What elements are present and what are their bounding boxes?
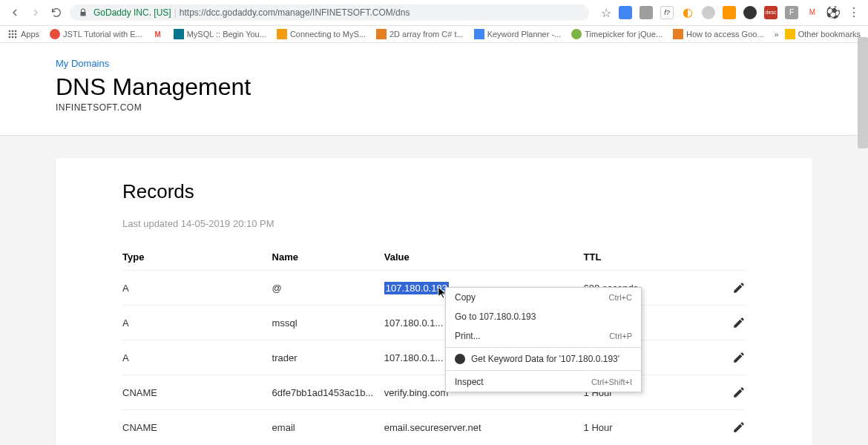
toolbar-extensions: ☆ f? ◐ desc F M ⚽ ⋮ [601, 6, 861, 20]
ext-icon-6[interactable] [723, 6, 736, 19]
edit-icon[interactable] [732, 316, 746, 329]
breadcrumb-link[interactable]: My Domains [56, 58, 812, 69]
bookmark-timepicker[interactable]: Timepicker for jQue... [571, 29, 662, 39]
keyword-icon [455, 354, 465, 364]
records-title: Records [122, 180, 746, 203]
bookmark-icon [571, 29, 582, 39]
star-icon[interactable]: ☆ [601, 6, 611, 20]
th-name: Name [272, 251, 384, 263]
browser-toolbar: GoDaddy INC. [US] | https://dcc.godaddy.… [0, 0, 868, 26]
menu-divider [446, 370, 641, 371]
menu-keyword[interactable]: Get Keyword Data for '107.180.0.193' [446, 349, 641, 369]
svg-rect-8 [15, 36, 16, 38]
folder-icon [785, 29, 795, 39]
bookmark-icon [376, 29, 387, 39]
ext-icon-10[interactable]: M [806, 6, 819, 19]
scrollbar-vertical[interactable] [858, 37, 868, 148]
table-row: CNAME 6dfe7bb1ad1453ac1b... verify.bing.… [122, 375, 746, 409]
svg-rect-6 [9, 36, 10, 38]
page-header: My Domains DNS Management INFINETSOFT.CO… [0, 43, 868, 136]
other-bookmarks[interactable]: Other bookmarks [785, 29, 861, 39]
svg-rect-7 [12, 36, 13, 38]
ext-icon-8[interactable]: desc [764, 6, 777, 19]
ext-icon-7[interactable] [743, 6, 757, 19]
ext-icon-9[interactable]: F [785, 6, 798, 19]
bookmark-gmail[interactable]: M [153, 29, 163, 39]
records-table: Type Name Value TTL A @ 107.180.0.193 60… [122, 244, 746, 444]
ext-icon-2[interactable] [640, 6, 653, 19]
bookmark-mysql[interactable]: MySQL :: Begin You... [174, 29, 266, 39]
apps-icon [7, 29, 18, 39]
ext-icon-4[interactable]: ◐ [681, 6, 694, 19]
svg-rect-4 [12, 33, 13, 35]
bookmark-2darray[interactable]: 2D array from C# t... [376, 29, 464, 39]
page-title: DNS Management [56, 73, 812, 101]
bookmark-icon [673, 29, 683, 39]
bookmark-keyword[interactable]: Keyword Planner -... [474, 29, 562, 39]
bookmark-connecting[interactable]: Connecting to MyS... [277, 29, 366, 39]
bookmarks-more[interactable]: » [775, 30, 779, 39]
reload-button[interactable] [49, 5, 64, 20]
menu-print[interactable]: Print... Ctrl+P [446, 326, 641, 346]
gmail-icon: M [153, 29, 163, 39]
back-button[interactable] [7, 5, 22, 20]
menu-divider [446, 347, 641, 348]
records-card: Records Last updated 14-05-2019 20:10 PM… [56, 158, 812, 445]
svg-rect-0 [9, 30, 10, 32]
lock-icon [79, 8, 88, 17]
edit-icon[interactable] [732, 386, 746, 399]
menu-copy[interactable]: Copy Ctrl+C [446, 288, 641, 307]
url-org: GoDaddy INC. [US] [93, 7, 171, 18]
forward-button[interactable] [28, 5, 43, 20]
svg-rect-5 [15, 33, 16, 35]
edit-icon[interactable] [732, 351, 746, 364]
table-row: CNAME email email.secureserver.net 1 Hou… [122, 409, 746, 444]
table-row: A @ 107.180.0.193 600 seconds [122, 270, 746, 305]
th-ttl: TTL [584, 251, 696, 263]
cursor-icon [438, 286, 448, 300]
browser-menu-button[interactable]: ⋮ [847, 6, 861, 19]
apps-button[interactable]: Apps [7, 29, 39, 39]
svg-rect-1 [12, 30, 13, 32]
ext-icon-5[interactable] [702, 6, 715, 19]
bookmark-icon [474, 29, 484, 39]
bookmark-icon [50, 29, 60, 39]
last-updated: Last updated 14-05-2019 20:10 PM [122, 218, 746, 229]
avatar-icon[interactable]: ⚽ [826, 6, 840, 19]
ext-icon-1[interactable] [619, 6, 632, 19]
table-header: Type Name Value TTL [122, 244, 746, 270]
address-bar[interactable]: GoDaddy INC. [US] | https://dcc.godaddy.… [70, 4, 589, 21]
menu-inspect[interactable]: Inspect Ctrl+Shift+I [446, 372, 641, 392]
menu-goto[interactable]: Go to 107.180.0.193 [446, 307, 641, 326]
bookmark-icon [174, 29, 184, 39]
table-row: A trader 107.180.0.1... ...ids [122, 340, 746, 375]
svg-rect-2 [15, 30, 16, 32]
domain-subtitle: INFINETSOFT.COM [56, 102, 812, 113]
bookmark-access[interactable]: How to access Goo... [673, 29, 764, 39]
edit-icon[interactable] [732, 281, 746, 294]
ext-icon-3[interactable]: f? [660, 6, 674, 19]
th-value: Value [384, 251, 584, 263]
th-type: Type [122, 251, 272, 263]
svg-rect-3 [9, 33, 10, 35]
url-path: https://dcc.godaddy.com/manage/INFINETSO… [180, 7, 410, 18]
edit-icon[interactable] [732, 421, 746, 434]
bookmarks-bar: Apps JSTL Tutorial with E... M MySQL :: … [0, 26, 868, 43]
bookmark-jstl[interactable]: JSTL Tutorial with E... [50, 29, 142, 39]
table-row: A mssql 107.180.0.1... ...ids [122, 305, 746, 340]
bookmark-icon [277, 29, 287, 39]
context-menu: Copy Ctrl+C Go to 107.180.0.193 Print...… [445, 287, 642, 392]
